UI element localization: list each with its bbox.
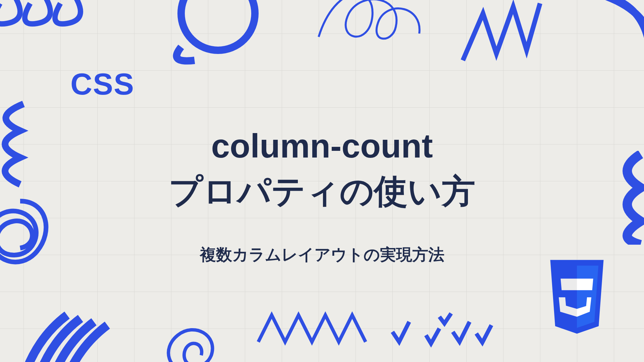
category-label: CSS <box>70 67 135 102</box>
page-subtitle: 複数カラムレイアウトの実現方法 <box>200 244 444 265</box>
content-area: CSS column-count プロパティの使い方 複数カラムレイアウトの実現… <box>0 0 644 362</box>
page-title: column-count プロパティの使い方 <box>169 123 475 214</box>
title-line-2: プロパティの使い方 <box>169 172 475 210</box>
title-line-1: column-count <box>211 127 433 165</box>
